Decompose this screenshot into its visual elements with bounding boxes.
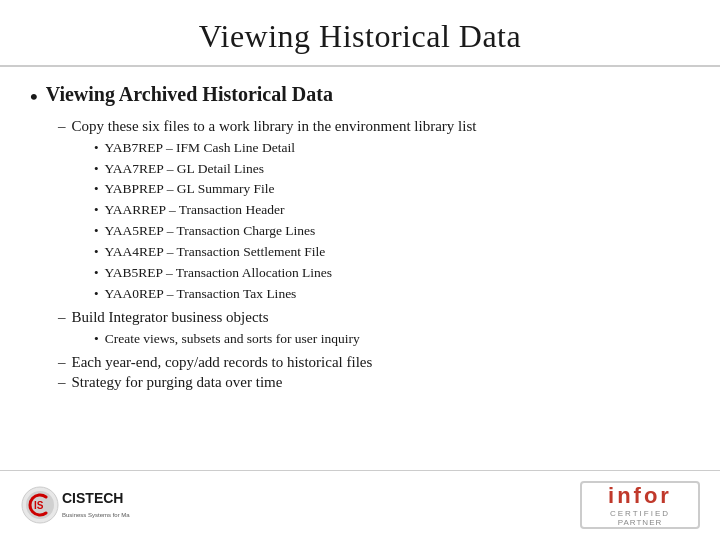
dash-item-copy: – Copy these six files to a work library…	[58, 118, 690, 135]
bullet-dot: •	[94, 263, 99, 283]
list-item: • YAB7REP – IFM Cash Line Detail	[94, 138, 690, 159]
dash-icon-1: –	[58, 118, 66, 135]
dash-item-integrator: – Build Integrator business objects	[58, 309, 690, 326]
list-item: • YAA0REP – Transaction Tax Lines	[94, 284, 690, 305]
list-item: • Create views, subsets and sorts for us…	[94, 329, 690, 350]
yearend-text: Each year-end, copy/add records to histo…	[72, 354, 373, 371]
file-item-0: YAB7REP – IFM Cash Line Detail	[105, 138, 295, 159]
slide-title: Viewing Historical Data	[0, 0, 720, 67]
list-item: • YAA5REP – Transaction Charge Lines	[94, 221, 690, 242]
file-item-7: YAA0REP – Transaction Tax Lines	[105, 284, 297, 305]
list-item: • YAA4REP – Transaction Settlement File	[94, 242, 690, 263]
main-bullet-dot: •	[30, 83, 38, 112]
files-list: • YAB7REP – IFM Cash Line Detail • YAA7R…	[94, 138, 690, 305]
infor-logo-text: infor	[608, 483, 672, 509]
list-item: • YAA7REP – GL Detail Lines	[94, 159, 690, 180]
dash-icon-2: –	[58, 309, 66, 326]
svg-text:Business Systems for Manufactu: Business Systems for Manufacturers	[62, 512, 130, 518]
cistech-logo-area: IS CISTECH Business Systems for Manufact…	[20, 481, 130, 529]
dash-icon-4: –	[58, 374, 66, 391]
bullet-dot: •	[94, 242, 99, 262]
file-item-1: YAA7REP – GL Detail Lines	[105, 159, 264, 180]
integrator-text: Build Integrator business objects	[72, 309, 269, 326]
bullet-dot: •	[94, 284, 99, 304]
main-bullet-text: Viewing Archived Historical Data	[46, 83, 333, 106]
svg-text:IS: IS	[34, 500, 44, 511]
slide-content: • Viewing Archived Historical Data – Cop…	[0, 67, 720, 470]
integrator-item-0: Create views, subsets and sorts for user…	[105, 329, 360, 350]
main-bullet: • Viewing Archived Historical Data	[30, 83, 690, 112]
bullet-dot: •	[94, 221, 99, 241]
footer: IS CISTECH Business Systems for Manufact…	[0, 470, 720, 540]
sub-section: – Copy these six files to a work library…	[58, 118, 690, 391]
list-item: • YABPREP – GL Summary File	[94, 179, 690, 200]
dash-item-yearend: – Each year-end, copy/add records to his…	[58, 354, 690, 371]
infor-partner-text: PARTNER	[618, 518, 663, 527]
integrator-list: • Create views, subsets and sorts for us…	[94, 329, 690, 350]
list-item: • YAB5REP – Transaction Allocation Lines	[94, 263, 690, 284]
copy-files-text: Copy these six files to a work library i…	[72, 118, 477, 135]
slide-container: Viewing Historical Data • Viewing Archiv…	[0, 0, 720, 540]
file-item-6: YAB5REP – Transaction Allocation Lines	[105, 263, 333, 284]
file-item-2: YABPREP – GL Summary File	[105, 179, 275, 200]
bullet-dot: •	[94, 138, 99, 158]
bullet-dot: •	[94, 159, 99, 179]
purge-text: Strategy for purging data over time	[72, 374, 283, 391]
cistech-logo-svg: IS CISTECH Business Systems for Manufact…	[20, 481, 130, 529]
list-item: • YAARREP – Transaction Header	[94, 200, 690, 221]
dash-item-purge: – Strategy for purging data over time	[58, 374, 690, 391]
bullet-dot: •	[94, 329, 99, 350]
dash-icon-3: –	[58, 354, 66, 371]
infor-certified-text: CERTIFIED	[610, 509, 670, 518]
file-item-5: YAA4REP – Transaction Settlement File	[105, 242, 326, 263]
file-item-3: YAARREP – Transaction Header	[105, 200, 285, 221]
file-item-4: YAA5REP – Transaction Charge Lines	[105, 221, 316, 242]
bullet-dot: •	[94, 179, 99, 199]
infor-logo-area: infor CERTIFIED PARTNER	[580, 481, 700, 529]
bullet-dot: •	[94, 200, 99, 220]
svg-text:CISTECH: CISTECH	[62, 490, 123, 506]
